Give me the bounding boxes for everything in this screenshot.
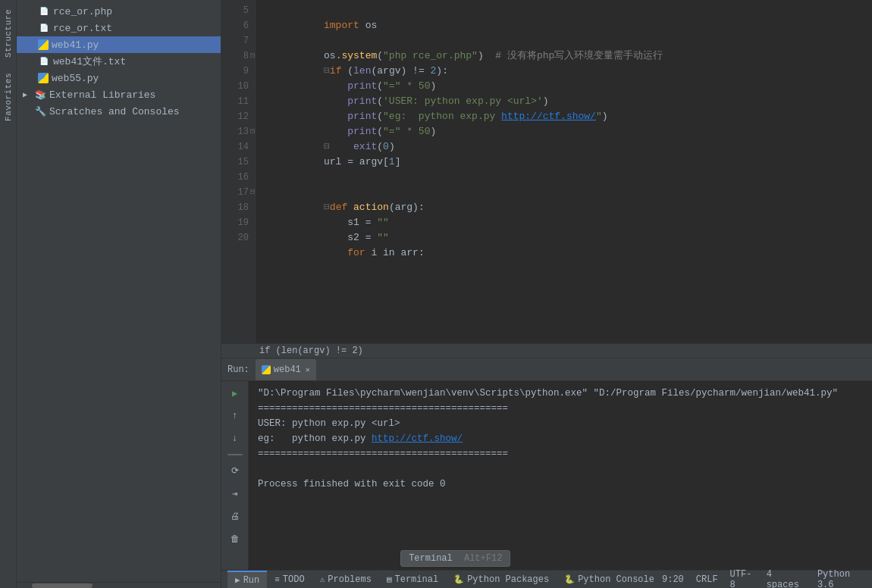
tab-todo[interactable]: ≡ TODO — [267, 571, 312, 588]
file-item-web41-py[interactable]: web41.py — [17, 36, 221, 53]
sidebar-scrollbar[interactable] — [17, 582, 221, 588]
line-num-16: 16 — [224, 170, 249, 185]
run-print-button[interactable]: 🖨 — [226, 507, 244, 525]
line-num-17: 17⊟ — [224, 185, 249, 200]
line-num-18: 18 — [224, 200, 249, 215]
code-line-17: ⊟def action(arg): — [265, 185, 872, 200]
code-tooltip-bar: if (len(argv) != 2) — [221, 343, 872, 358]
line-num-10: 10 — [224, 79, 249, 94]
code-editor: 5 6 7 8⊟ 9 10 11 12 13⊟ 14 15 16 17⊟ 18 … — [221, 0, 872, 343]
run-tab-name: web41 — [274, 364, 301, 375]
tab-python-console[interactable]: 🐍 Python Console — [557, 571, 662, 588]
code-line-16 — [265, 170, 872, 185]
file-name: rce_or.php — [53, 6, 112, 17]
file-name: web55.py — [52, 73, 99, 84]
chevron-icon: ▶ — [23, 107, 35, 116]
run-up-button[interactable]: ↑ — [226, 407, 244, 425]
line-num-14: 14 — [224, 139, 249, 155]
line-num-13: 13⊟ — [224, 124, 249, 139]
run-finished-line: Process finished with exit code 0 — [258, 477, 863, 492]
run-eg-line: eg: python exp.py http://ctf.show/ — [258, 431, 863, 446]
file-name: web41.py — [52, 39, 99, 51]
todo-icon: ≡ — [274, 575, 280, 584]
line-num-8: 8⊟ — [224, 48, 249, 64]
run-cmd-line: "D:\Program Files\pycharm\wenjian\venv\S… — [258, 386, 863, 401]
line-num-9: 9 — [224, 64, 249, 79]
run-icon: ▶ — [235, 575, 240, 585]
bottom-tabs: ▶ Run ≡ TODO ⚠ Problems ▤ Terminal 🐍 — [227, 571, 662, 588]
folder-name: External Libraries — [49, 89, 155, 101]
code-line-5: import os — [265, 3, 872, 18]
folder-name: Scratches and Consoles — [49, 106, 180, 117]
main-area: Structure Favorites 📄 rce_or.php 📄 rce_o… — [0, 0, 872, 588]
tab-run[interactable]: ▶ Run — [227, 571, 267, 588]
scrollbar-thumb[interactable] — [32, 583, 93, 588]
run-trash-button[interactable]: 🗑 — [226, 530, 244, 548]
file-item-web55-py[interactable]: web55.py — [17, 70, 221, 86]
tab-run-label: Run — [243, 575, 260, 586]
code-tooltip-text: if (len(argv) != 2) — [259, 346, 363, 356]
run-panel: ▶ ↑ ↓ ⟳ ⇥ 🖨 🗑 "D:\Program Files\pycharm\… — [221, 381, 872, 570]
left-vbar: Structure Favorites — [0, 0, 17, 588]
tab-problems[interactable]: ⚠ Problems — [312, 571, 379, 588]
folder-icon: 📚 — [35, 89, 46, 101]
tab-terminal[interactable]: ▤ Terminal — [379, 571, 446, 588]
run-blank-line — [258, 461, 863, 477]
status-encoding[interactable]: UTF-8 — [730, 569, 754, 589]
run-tab-close[interactable]: ✕ — [306, 365, 310, 374]
terminal-tooltip: Terminal Alt+F12 — [400, 550, 510, 567]
status-indent[interactable]: 4 spaces — [767, 569, 805, 589]
bottom-panel: Run: web41 ✕ ▶ ↑ ↓ ⟳ ⇥ 🖨 🗑 — [221, 358, 872, 570]
file-name: web41文件.txt — [53, 55, 126, 68]
run-down-button[interactable]: ↓ — [226, 430, 244, 448]
tab-python-packages-label: Python Packages — [467, 574, 549, 585]
py-icon — [38, 73, 49, 83]
run-stop-button[interactable]: ⇥ — [226, 484, 244, 502]
tooltip-shortcut: Alt+F12 — [464, 553, 502, 564]
status-bar: ▶ Run ≡ TODO ⚠ Problems ▤ Terminal 🐍 — [221, 570, 872, 588]
status-line-col[interactable]: 9:20 — [662, 574, 684, 585]
code-line-7: os.system("php rce_or.php") # 没有将php写入环境… — [265, 33, 872, 48]
txt-icon: 📄 — [38, 55, 50, 67]
status-line-ending[interactable]: CRLF — [696, 574, 718, 585]
run-url-link[interactable]: http://ctf.show/ — [372, 433, 463, 444]
folder-icon: 🔧 — [35, 106, 46, 117]
file-item-rce-php[interactable]: 📄 rce_or.php — [17, 3, 221, 20]
line-numbers: 5 6 7 8⊟ 9 10 11 12 13⊟ 14 15 16 17⊟ 18 … — [221, 0, 256, 343]
run-rerun-button[interactable]: ⟳ — [226, 461, 244, 480]
run-tab-web41[interactable]: web41 ✕ — [256, 359, 316, 380]
line-num-15: 15 — [224, 155, 249, 170]
run-sidebar: ▶ ↑ ↓ ⟳ ⇥ 🖨 🗑 — [221, 381, 249, 570]
php-icon: 📄 — [38, 5, 50, 17]
file-item-web41-txt[interactable]: 📄 web41文件.txt — [17, 53, 221, 70]
folder-scratches[interactable]: ▶ 🔧 Scratches and Consoles — [17, 103, 221, 120]
chevron-icon: ▶ — [23, 90, 35, 99]
line-num-19: 19 — [224, 215, 249, 230]
run-user-line: USER: python exp.py <url> — [258, 416, 863, 431]
py-icon — [38, 39, 49, 50]
folder-external-libraries[interactable]: ▶ 📚 External Libraries — [17, 86, 221, 103]
line-num-6: 6 — [224, 18, 249, 33]
tab-python-console-label: Python Console — [578, 574, 654, 585]
favorites-tab[interactable]: Favorites — [2, 67, 14, 127]
file-item-rce-txt[interactable]: 📄 rce_or.txt — [17, 20, 221, 36]
line-num-5: 5 — [224, 3, 249, 18]
status-python[interactable]: Python 3.6 — [817, 569, 866, 589]
editor-area: 5 6 7 8⊟ 9 10 11 12 13⊟ 14 15 16 17⊟ 18 … — [221, 0, 872, 588]
txt-icon: 📄 — [38, 22, 50, 34]
line-num-11: 11 — [224, 94, 249, 109]
status-right: 9:20 CRLF UTF-8 4 spaces Python 3.6 — [662, 569, 866, 589]
code-content[interactable]: import os os.system("php rce_or.php") # … — [256, 0, 872, 343]
line-num-7: 7 — [224, 33, 249, 48]
tab-python-packages[interactable]: 🐍 Python Packages Terminal Alt+F12 — [446, 571, 557, 588]
structure-tab[interactable]: Structure — [2, 3, 14, 64]
tab-problems-label: Problems — [328, 574, 372, 585]
line-num-20: 20 — [224, 230, 249, 246]
terminal-icon: ▤ — [387, 574, 392, 584]
tab-terminal-label: Terminal — [395, 574, 439, 585]
run-play-button[interactable]: ▶ — [226, 384, 244, 402]
run-output[interactable]: "D:\Program Files\pycharm\wenjian\venv\S… — [249, 381, 872, 570]
divider — [227, 454, 243, 455]
sidebar: 📄 rce_or.php 📄 rce_or.txt web41.py 📄 web… — [17, 0, 221, 588]
line-num-12: 12 — [224, 109, 249, 124]
